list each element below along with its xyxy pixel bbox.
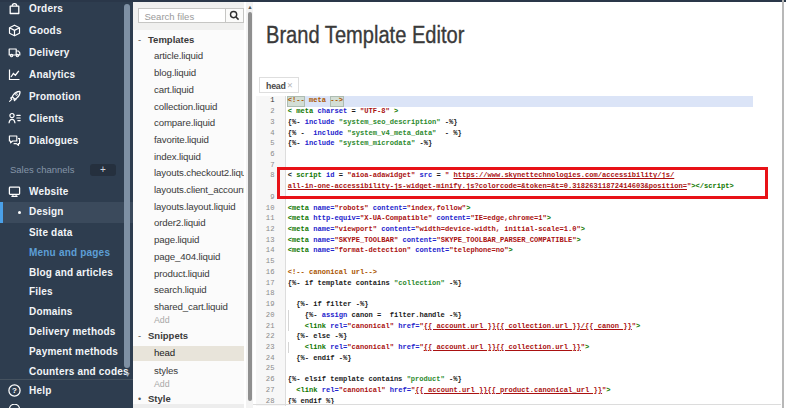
svg-text:?: ?	[12, 387, 17, 396]
